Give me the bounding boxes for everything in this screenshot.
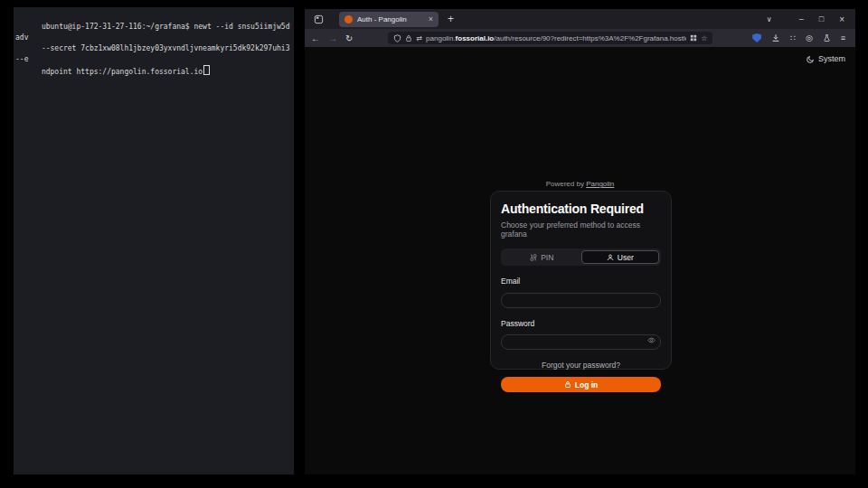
maximize-button[interactable]: □ (819, 14, 824, 23)
theme-toggle[interactable]: System (807, 54, 845, 63)
pangolin-link[interactable]: Pangolin (586, 180, 614, 188)
terminal-line: --secret 7cbz1xw08lh1jbzey03yxvndljvneam… (15, 44, 294, 63)
back-button[interactable]: ← (311, 33, 320, 43)
card-title: Authentication Required (501, 202, 661, 216)
close-window-button[interactable]: × (839, 14, 844, 24)
firefox-view-button[interactable] (314, 14, 324, 24)
card-subtitle: Choose your preferred method to access g… (501, 221, 661, 239)
downloads-button[interactable] (771, 33, 780, 42)
terminal-line: ubuntu@ip-172-31-27-116:~/grafana$ newt … (15, 23, 289, 42)
toggle-password-visibility[interactable] (647, 336, 656, 344)
terminal-window[interactable]: ubuntu@ip-172-31-27-116:~/grafana$ newt … (14, 7, 294, 474)
firefox-view-icon (314, 14, 324, 24)
login-label: Log in (575, 380, 599, 389)
powered-by-text: Powered by (546, 180, 584, 188)
moon-icon (807, 55, 815, 63)
swap-icon: ⇄ (416, 34, 422, 42)
tab-user-label: User (618, 253, 634, 262)
terminal-cursor (203, 65, 210, 75)
email-input[interactable] (501, 293, 661, 308)
method-tabs: PIN User (501, 249, 661, 266)
page-content: System Powered by Pangolin Authenticatio… (305, 47, 855, 474)
reload-button[interactable]: ↻ (345, 33, 353, 43)
list-tabs-button[interactable]: ∨ (767, 15, 772, 23)
theme-label: System (818, 54, 845, 63)
window-controls: ∨ – □ × (767, 14, 855, 24)
extensions-icon[interactable]: ∷ (790, 33, 796, 42)
bookmark-star-icon[interactable]: ☆ (701, 34, 707, 42)
powered-by: Powered by Pangolin (305, 180, 855, 188)
user-icon (607, 254, 614, 261)
new-tab-button[interactable]: + (448, 13, 454, 25)
eye-icon (647, 336, 656, 344)
tab-pin-label: PIN (541, 253, 553, 262)
forward-button[interactable]: → (328, 33, 337, 43)
tab-close-button[interactable]: × (429, 15, 433, 23)
terminal-line: ndpoint https://pangolin.fossorial.io (42, 68, 210, 76)
account-icon[interactable]: ◎ (806, 33, 813, 42)
tracking-shield-icon[interactable] (393, 34, 401, 42)
email-label: Email (501, 277, 661, 286)
tab-title: Auth - Pangolin (357, 15, 424, 23)
pangolin-favicon (344, 15, 353, 23)
forgot-password-link[interactable]: Forgot your password? (501, 361, 661, 370)
terminal-output: ubuntu@ip-172-31-27-116:~/grafana$ newt … (14, 7, 294, 89)
browser-toolbar: ← → ↻ ⇄ pangolin.fossorial.io/auth/resou… (305, 29, 855, 47)
browser-window: Auth - Pangolin × + ∨ – □ × ← → ↻ (305, 9, 855, 474)
lock-icon[interactable] (405, 34, 412, 42)
login-button[interactable]: Log in (501, 377, 661, 392)
minimize-button[interactable]: – (799, 14, 804, 23)
tab-user[interactable]: User (581, 250, 660, 264)
ublock-icon[interactable] (752, 33, 761, 42)
flask-icon[interactable] (823, 33, 831, 42)
toolbar-extensions: ∷ ◎ ≡ (752, 33, 845, 42)
browser-tab[interactable]: Auth - Pangolin × (339, 12, 439, 27)
binary-icon (530, 254, 537, 261)
terminal-line-text: ndpoint https://pangolin.fossorial.io (42, 68, 203, 76)
password-label: Password (501, 319, 661, 328)
url-bar[interactable]: ⇄ pangolin.fossorial.io/auth/resource/90… (388, 32, 712, 44)
auth-card: Authentication Required Choose your pref… (490, 191, 672, 370)
menu-button[interactable]: ≡ (841, 33, 845, 42)
tab-bar: Auth - Pangolin × + ∨ – □ × (305, 9, 855, 29)
tab-pin[interactable]: PIN (503, 250, 581, 264)
containers-grid-icon[interactable] (690, 34, 697, 42)
password-input[interactable] (501, 334, 661, 350)
login-lock-icon (564, 380, 571, 389)
url-text: pangolin.fossorial.io/auth/resource/90?r… (426, 34, 686, 42)
screen: ubuntu@ip-172-31-27-116:~/grafana$ newt … (0, 0, 868, 488)
